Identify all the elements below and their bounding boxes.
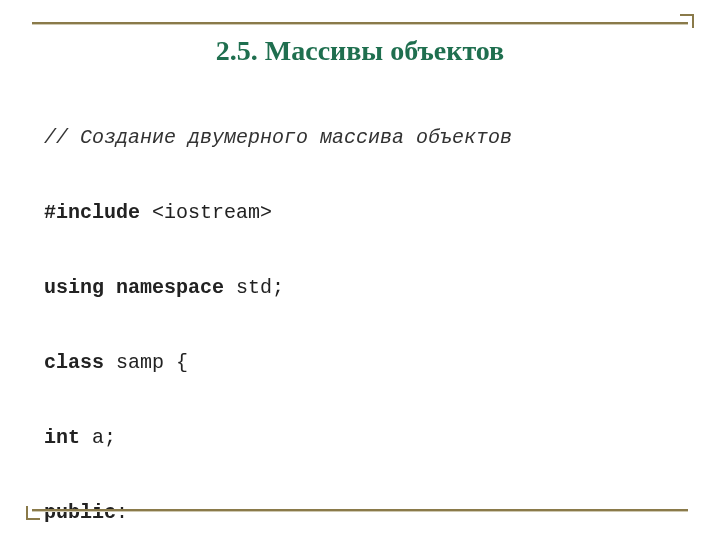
- code-text: a;: [80, 426, 116, 449]
- code-line: using namespace std;: [44, 275, 688, 300]
- code-text: <iostream>: [140, 201, 272, 224]
- slide: 2.5. Массивы объектов // Создание двумер…: [0, 0, 720, 540]
- code-block: // Создание двумерного массива объектов …: [44, 75, 688, 540]
- keyword: #include: [44, 201, 140, 224]
- rule-bottom: [32, 509, 688, 512]
- keyword: int: [44, 426, 80, 449]
- code-line: public:: [44, 500, 688, 525]
- code-text: std;: [224, 276, 284, 299]
- code-line: class samp {: [44, 350, 688, 375]
- keyword: namespace: [116, 276, 224, 299]
- corner-decoration-tr: [680, 14, 694, 28]
- code-line: #include <iostream>: [44, 200, 688, 225]
- code-text: samp {: [104, 351, 188, 374]
- rule-top: [32, 22, 688, 25]
- slide-title: 2.5. Массивы объектов: [32, 35, 688, 67]
- code-text: :: [116, 501, 128, 524]
- keyword: using: [44, 276, 104, 299]
- code-line: // Создание двумерного массива объектов: [44, 125, 688, 150]
- code-line: int a;: [44, 425, 688, 450]
- keyword: class: [44, 351, 104, 374]
- code-comment: // Создание двумерного массива объектов: [44, 126, 512, 149]
- keyword: public: [44, 501, 116, 524]
- corner-decoration-bl: [26, 506, 40, 520]
